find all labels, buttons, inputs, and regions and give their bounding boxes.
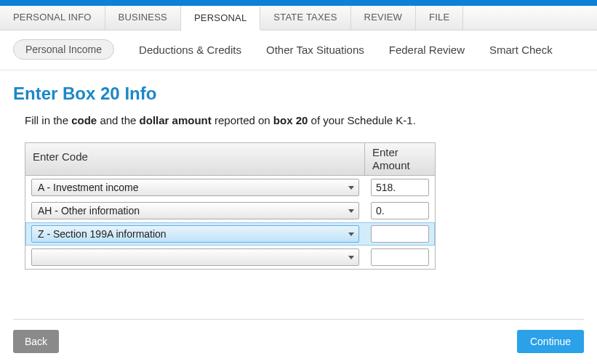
amount-input[interactable] [371,202,429,219]
sub-tab-bar: Personal Income Deductions & Credits Oth… [0,31,597,70]
table-row: A - Investment income [25,176,435,199]
instr-text: and the [97,114,139,126]
table-row: AH - Other information [25,199,435,222]
code-dropdown[interactable]: A - Investment income [31,179,359,196]
instr-text: of your Schedule K-1. [308,114,415,126]
subtab-personal-income[interactable]: Personal Income [13,39,114,60]
instr-text: reported on [212,114,273,126]
header-enter-code: Enter Code [25,143,365,175]
dropdown-value: AH - Other information [38,205,140,217]
amount-input[interactable] [371,225,429,243]
amount-input[interactable] [371,179,429,196]
table-row: Z - Section 199A information [25,222,435,246]
chevron-down-icon [348,232,354,236]
dropdown-value: A - Investment income [38,182,139,193]
code-dropdown[interactable]: AH - Other information [31,202,359,219]
tab-state-taxes[interactable]: STATE TAXES [260,6,350,30]
table-row [25,246,435,269]
instr-dollar-word: dollar amount [140,114,212,126]
table-header: Enter Code Enter Amount [25,143,435,176]
subtab-other-tax-situations[interactable]: Other Tax Situations [266,44,364,56]
header-enter-amount: Enter Amount [365,143,435,175]
content-area: Enter Box 20 Info Fill in the code and t… [0,70,597,275]
instr-box-word: box 20 [273,114,308,126]
tab-file[interactable]: FILE [416,6,463,30]
instr-code-word: code [71,114,97,126]
box20-table: Enter Code Enter Amount A - Investment i… [25,142,436,270]
chevron-down-icon [348,186,354,190]
tab-personal-info[interactable]: PERSONAL INFO [0,6,105,30]
continue-button[interactable]: Continue [517,330,584,353]
main-tab-bar: PERSONAL INFO BUSINESS PERSONAL STATE TA… [0,6,597,31]
subtab-smart-check[interactable]: Smart Check [489,44,553,56]
dropdown-value: Z - Section 199A information [38,228,167,240]
subtab-federal-review[interactable]: Federal Review [389,44,465,56]
code-dropdown[interactable] [31,248,359,266]
tab-business[interactable]: BUSINESS [105,6,181,30]
instructions: Fill in the code and the dollar amount r… [25,114,584,126]
brand-bar [0,0,597,6]
subtab-deductions-credits[interactable]: Deductions & Credits [139,44,241,56]
chevron-down-icon [348,256,354,259]
tab-review[interactable]: REVIEW [351,6,416,30]
back-button[interactable]: Back [13,330,59,353]
page-title: Enter Box 20 Info [13,84,584,104]
instr-text: Fill in the [25,114,71,126]
footer: Back Continue [0,320,597,364]
tab-personal[interactable]: PERSONAL [181,7,260,31]
chevron-down-icon [348,209,354,213]
amount-input[interactable] [371,248,429,266]
code-dropdown[interactable]: Z - Section 199A information [31,225,359,243]
